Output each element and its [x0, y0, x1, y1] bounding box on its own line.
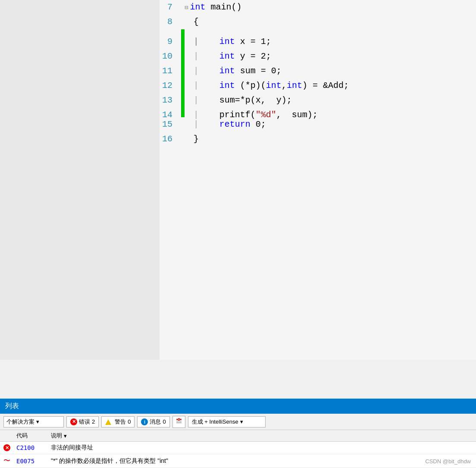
error-row-1-desc: 非法的间接寻址: [51, 444, 473, 452]
message-count: 0: [163, 418, 166, 425]
line-indicator-12: [181, 73, 185, 88]
line-indicator-9: [181, 29, 185, 44]
spacer-15: [185, 122, 192, 128]
line-number-15: 15: [160, 117, 181, 132]
col-desc-header: 说明 ▾: [51, 432, 473, 440]
line-content-16: }: [194, 132, 199, 147]
col-code-header: 代码: [16, 432, 51, 440]
error-row-2-icon: 〜: [3, 456, 16, 465]
error-label: 错误: [79, 418, 90, 426]
line-content-7: int main(): [190, 0, 241, 15]
code-line-10: 10 | int y = 2;: [160, 44, 476, 59]
editor-area: 7 ⊟ int main() 8 { 9 | int x = 1;: [0, 0, 476, 360]
filter-button[interactable]: [172, 416, 185, 428]
code-line-13: 13 | sum=*p(x, y);: [160, 88, 476, 103]
warning-count: 0: [128, 418, 131, 425]
scope-label: 生成 + IntelliSense: [192, 418, 238, 426]
spacer-8: [185, 19, 192, 26]
scope-arrow: ▾: [240, 418, 243, 425]
code-line-15: 15 | return 0;: [160, 117, 476, 132]
code-lines: 7 ⊟ int main() 8 { 9 | int x = 1;: [160, 0, 476, 147]
error-row-1-code: C2100: [16, 444, 51, 451]
spacer-16: [185, 136, 192, 143]
code-line-8: 8 {: [160, 15, 476, 29]
error-row-2-desc: "*" 的操作数必须是指针，但它具有类型 "int": [51, 457, 473, 465]
csdn-watermark: CSDN @bit_dhdw: [425, 458, 471, 465]
svg-point-3: [178, 418, 180, 420]
info-icon: i: [141, 418, 148, 425]
line-content-15: | return 0;: [194, 117, 266, 132]
left-gutter: [0, 0, 160, 360]
error-panel-title-text: 列表: [5, 402, 19, 411]
code-line-16: 16 }: [160, 132, 476, 147]
code-line-12: 12 | int (*p)(int,int) = &Add;: [160, 73, 476, 88]
scope-dropdown[interactable]: 生成 + IntelliSense ▾: [188, 416, 266, 427]
line-indicator-11: [181, 59, 185, 73]
error-panel-toolbar: 个解决方案 ▾ ✕ 错误 2 警告 0 i 消息 0 生成 + IntelliS…: [0, 414, 476, 430]
error-icon: ✕: [70, 418, 77, 425]
error-panel-title: 列表: [0, 399, 476, 414]
error-row-2-code: E0075: [16, 458, 51, 465]
warning-label: 警告: [115, 418, 126, 426]
desc-column-label: 说明: [51, 432, 62, 440]
desc-sort-icon[interactable]: ▾: [64, 433, 67, 439]
code-line-9: 9 | int x = 1;: [160, 29, 476, 44]
error-row-1[interactable]: ✕ C2100 非法的间接寻址: [0, 442, 476, 454]
warning-count-badge[interactable]: 警告 0: [101, 416, 135, 427]
line-number-16: 16: [160, 132, 181, 147]
dropdown-arrow: ▾: [36, 418, 39, 425]
error-count-badge[interactable]: ✕ 错误 2: [66, 416, 99, 427]
wavy-error-icon: 〜: [3, 456, 10, 465]
line-number-7: 7: [160, 0, 181, 15]
error-row-2[interactable]: 〜 E0075 "*" 的操作数必须是指针，但它具有类型 "int": [0, 454, 476, 468]
solution-label: 个解决方案: [6, 418, 34, 426]
error-circle-icon: ✕: [3, 444, 10, 451]
code-line-11: 11 | int sum = 0;: [160, 59, 476, 73]
line-number-8: 8: [160, 15, 181, 29]
error-row-1-icon: ✕: [3, 444, 16, 451]
code-line-7: 7 ⊟ int main(): [160, 0, 476, 15]
error-table-header: 代码 说明 ▾: [0, 430, 476, 442]
code-column-label: 代码: [16, 432, 28, 439]
line-indicator-13: [181, 88, 185, 103]
warning-icon: [105, 419, 111, 425]
line-content-8: {: [194, 15, 199, 29]
code-line-14: 14 | printf("%d", sum);: [160, 103, 476, 117]
error-panel: 列表 个解决方案 ▾ ✕ 错误 2 警告 0 i 消息 0 生成 + Intel…: [0, 399, 476, 468]
message-count-badge[interactable]: i 消息 0: [137, 416, 169, 427]
solution-dropdown[interactable]: 个解决方案 ▾: [3, 416, 64, 427]
message-label: 消息: [150, 418, 161, 426]
collapse-7[interactable]: ⊟: [185, 4, 188, 11]
line-indicator-14: [181, 103, 185, 117]
line-indicator-10: [181, 44, 185, 59]
error-count: 2: [92, 418, 95, 425]
code-panel[interactable]: 7 ⊟ int main() 8 { 9 | int x = 1;: [160, 0, 476, 360]
